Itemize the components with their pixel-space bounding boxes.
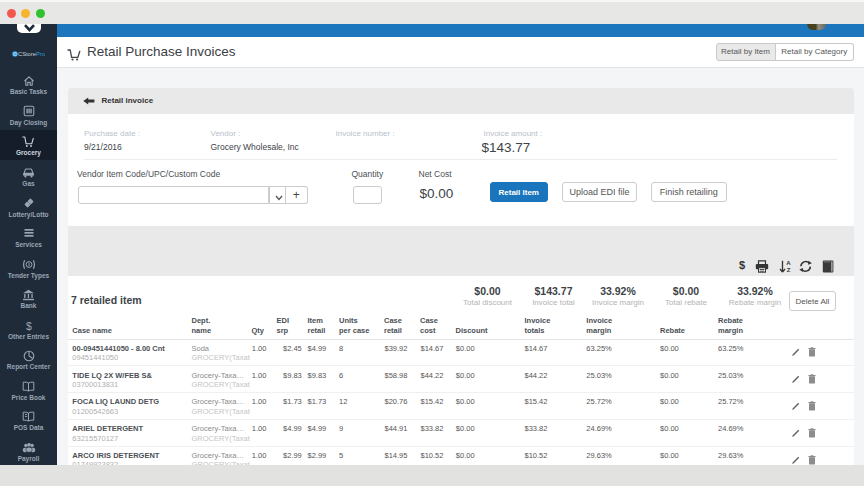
svg-text:$: $ — [26, 320, 32, 332]
svg-text:Z: Z — [786, 267, 790, 273]
svg-text:A: A — [786, 260, 791, 266]
